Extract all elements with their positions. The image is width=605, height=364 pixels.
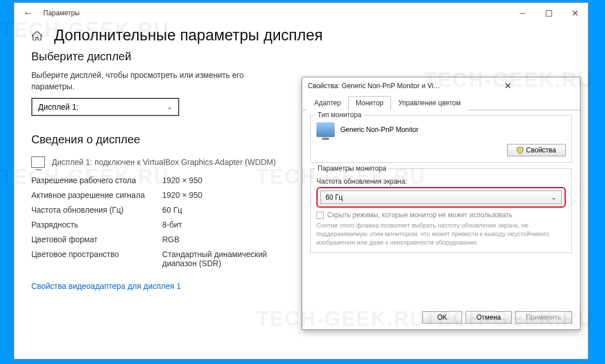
dialog-title: Свойства: Generic Non-PnP Monitor и Virt…: [308, 82, 441, 90]
cancel-button[interactable]: Отмена: [466, 311, 512, 324]
maximize-button[interactable]: [536, 3, 562, 23]
select-display-heading: Выберите дисплей: [31, 50, 571, 63]
page-title: Дополнительные параметры дисплея: [54, 27, 323, 44]
info-label: Цветовой формат: [31, 235, 162, 244]
hide-modes-label: Скрыть режимы, которые монитор не может …: [327, 211, 512, 219]
monitor-params-group: Параметры монитора Частота обновления эк…: [310, 168, 572, 253]
monitor-type-legend: Тип монитора: [315, 111, 364, 119]
back-button[interactable]: ←: [23, 7, 33, 19]
window-title: Параметры: [43, 9, 509, 17]
select-display-desc: Выберите дисплей, чтобы просмотреть или …: [31, 70, 248, 92]
info-value: 8-бит: [162, 220, 182, 229]
titlebar: ← Параметры ✕: [14, 3, 588, 23]
minimize-button[interactable]: [509, 3, 536, 23]
monitor-params-legend: Параметры монитора: [315, 164, 389, 172]
tab-управление-цветом[interactable]: Управление цветом: [391, 96, 468, 110]
monitor-properties-button[interactable]: Свойства: [507, 144, 566, 156]
info-label: Разрядность: [31, 220, 162, 229]
chevron-down-icon: ⌄: [551, 193, 557, 201]
chevron-down-icon: ⌄: [167, 103, 172, 111]
monitor-type-group: Тип монитора Generic Non-PnP Monitor Сво…: [310, 115, 572, 163]
hide-modes-hint: Снятие этого флажка позволяет выбрать ча…: [316, 221, 566, 247]
dialog-tabs: АдаптерМониторУправление цветом: [302, 94, 580, 110]
info-label: Частота обновления (Гц): [31, 205, 162, 214]
monitor-properties-dialog: Свойства: Generic Non-PnP Monitor и Virt…: [302, 77, 581, 330]
tab-монитор[interactable]: Монитор: [348, 96, 391, 110]
dialog-titlebar: Свойства: Generic Non-PnP Monitor и Virt…: [302, 77, 580, 94]
apply-button[interactable]: Применить: [515, 311, 572, 324]
info-value: 1920 × 950: [162, 191, 202, 200]
info-value: 60 Гц: [162, 205, 182, 214]
close-button[interactable]: ✕: [562, 3, 588, 23]
info-value: RGB: [162, 235, 179, 244]
monitor-type-name: Generic Non-PnP Monitor: [340, 126, 418, 134]
ok-button[interactable]: OK: [422, 311, 462, 324]
info-label: Цветовое пространство: [31, 250, 162, 268]
dialog-close-button[interactable]: ✕: [441, 81, 574, 91]
home-icon[interactable]: [31, 31, 43, 41]
hide-modes-checkbox[interactable]: [316, 212, 324, 219]
monitor-icon: [31, 156, 45, 168]
refresh-rate-value: 60 Гц: [326, 193, 343, 201]
display-dropdown[interactable]: Дисплей 1: ⌄: [31, 98, 179, 116]
tab-адаптер[interactable]: Адаптер: [307, 96, 348, 110]
refresh-rate-label: Частота обновления экрана:: [316, 177, 407, 185]
info-value: Стандартный динамический диапазон (SDR): [162, 250, 276, 268]
info-value: 1920 × 950: [162, 176, 202, 185]
refresh-rate-dropdown[interactable]: 60 Гц ⌄: [320, 191, 562, 204]
adapter-properties-link[interactable]: Свойства видеоадаптера для дисплея 1: [31, 282, 181, 291]
page-header: Дополнительные параметры дисплея: [14, 23, 588, 50]
info-label: Разрешение рабочего стола: [31, 176, 162, 185]
info-label: Активное разрешение сигнала: [31, 191, 162, 200]
shield-icon: [517, 147, 524, 154]
refresh-rate-highlight: 60 Гц ⌄: [316, 187, 566, 208]
monitor-type-icon: [316, 122, 335, 137]
display-dropdown-value: Дисплей 1:: [38, 102, 79, 111]
